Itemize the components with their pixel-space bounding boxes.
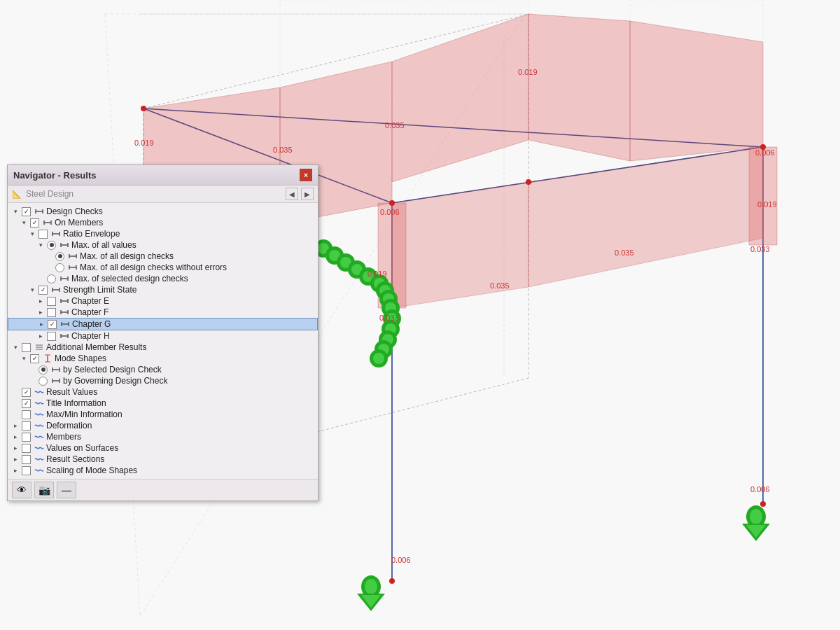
tree-item-values-on-surfaces[interactable]: ▸ Values on Surfaces (8, 442, 318, 454)
tree-item-strength-limit[interactable]: ▾✓ Strength Limit State (8, 284, 318, 295)
checkbox-chapter-e[interactable] (47, 297, 56, 306)
svg-text:0.006: 0.006 (380, 208, 400, 216)
tree-item-additional-member[interactable]: ▾ Additional Member Results (8, 342, 318, 353)
tree-item-chapter-h[interactable]: ▸ Chapter H (8, 330, 318, 342)
expander-values-on-surfaces[interactable]: ▸ (10, 443, 20, 453)
label-strength-limit: Strength Limit State (63, 285, 136, 295)
svg-text:0.035: 0.035 (385, 121, 405, 130)
radio-by-governing[interactable] (38, 377, 48, 386)
svg-text:0.035: 0.035 (615, 248, 634, 257)
svg-point-63 (370, 349, 388, 368)
tree-item-on-members[interactable]: ▾✓ On Members (8, 217, 318, 228)
tree-item-deformation[interactable]: ▸ Deformation (8, 420, 318, 431)
checkbox-strength-limit[interactable]: ✓ (38, 286, 48, 295)
svg-point-52 (383, 293, 394, 304)
nav-next-button[interactable]: ▶ (301, 188, 314, 200)
camera-button[interactable]: 📷 (34, 482, 54, 498)
tree-container[interactable]: ▾✓ Design Checks▾✓ On Members▾ Ratio Env… (8, 203, 318, 479)
tree-item-title-info[interactable]: ✓ Title Information (8, 398, 318, 409)
checkbox-on-members[interactable]: ✓ (30, 218, 39, 227)
nav-prev-button[interactable]: ◀ (286, 188, 298, 200)
tree-item-result-sections[interactable]: ▸ Result Sections (8, 454, 318, 465)
checkbox-design-checks[interactable]: ✓ (22, 207, 31, 216)
expander-on-members[interactable]: ▾ (19, 218, 29, 227)
radio-max-no-errors[interactable] (55, 263, 64, 272)
expander-chapter-h[interactable]: ▸ (36, 331, 46, 341)
label-chapter-h: Chapter H (71, 331, 110, 341)
expander-strength-limit[interactable]: ▾ (27, 285, 37, 295)
svg-point-36 (760, 501, 766, 507)
svg-point-31 (141, 106, 146, 111)
svg-marker-21 (392, 182, 528, 308)
svg-point-34 (526, 179, 531, 185)
expander-by-selected (27, 365, 37, 374)
svg-point-50 (379, 285, 391, 296)
svg-point-35 (389, 578, 395, 584)
checkbox-mode-shapes[interactable]: ✓ (30, 354, 39, 363)
tree-item-design-checks[interactable]: ▾✓ Design Checks (8, 206, 318, 217)
checkbox-maxmin-info[interactable] (22, 410, 31, 419)
tree-item-chapter-g[interactable]: ▸✓ Chapter G (8, 318, 318, 330)
eye-button[interactable]: 👁 (12, 482, 31, 498)
tree-item-scaling-mode[interactable]: ▸ Scaling of Mode Shapes (8, 465, 318, 476)
svg-point-47 (370, 274, 388, 293)
label-result-values: Result Values (46, 387, 97, 397)
tree-item-by-governing[interactable]: by Governing Design Check (8, 375, 318, 386)
tree-item-maxmin-info[interactable]: Max/Min Information (8, 409, 318, 420)
checkbox-result-values[interactable]: ✓ (22, 388, 31, 397)
expander-chapter-e[interactable]: ▸ (36, 296, 46, 306)
radio-max-all-design-checks[interactable] (55, 252, 64, 261)
tree-item-max-all-design-checks[interactable]: Max. of all design checks (8, 251, 318, 262)
expander-chapter-f[interactable]: ▸ (36, 307, 46, 317)
tree-item-max-selected[interactable]: Max. of selected design checks (8, 273, 318, 284)
checkbox-result-sections[interactable] (22, 455, 31, 464)
expander-additional-member[interactable]: ▾ (10, 342, 20, 352)
tree-item-members[interactable]: ▸ Members (8, 431, 318, 442)
dash-button[interactable]: — (57, 482, 76, 498)
tree-item-mode-shapes[interactable]: ▾✓ Mode Shapes (8, 353, 318, 364)
expander-deformation[interactable]: ▸ (10, 421, 20, 430)
expander-title-info (10, 398, 20, 408)
svg-text:0.019: 0.019 (757, 200, 777, 209)
expander-members[interactable]: ▸ (10, 432, 20, 442)
checkbox-values-on-surfaces[interactable] (22, 444, 31, 453)
checkbox-members[interactable] (22, 433, 31, 442)
expander-ratio-envelope[interactable]: ▾ (27, 229, 37, 239)
tree-item-ratio-envelope[interactable]: ▾ Ratio Envelope (8, 228, 318, 239)
label-title-info: Title Information (46, 398, 106, 408)
close-button[interactable]: × (300, 169, 312, 181)
expander-mode-shapes[interactable]: ▾ (19, 354, 29, 363)
label-max-all-design-checks: Max. of all design checks (80, 251, 174, 261)
checkbox-chapter-g[interactable]: ✓ (48, 320, 57, 329)
svg-point-69 (746, 505, 766, 528)
expander-max-all-design-checks (44, 251, 54, 261)
label-max-no-errors: Max. of all design checks without errors (80, 262, 227, 272)
expander-result-sections[interactable]: ▸ (10, 454, 20, 464)
expander-scaling-mode[interactable]: ▸ (10, 465, 20, 475)
checkbox-ratio-envelope[interactable] (38, 230, 48, 239)
radio-max-all-values[interactable] (47, 241, 56, 250)
checkbox-additional-member[interactable] (22, 343, 31, 352)
tree-item-chapter-f[interactable]: ▸ Chapter F (8, 307, 318, 318)
checkbox-deformation[interactable] (22, 421, 31, 430)
checkbox-scaling-mode[interactable] (22, 466, 31, 475)
checkbox-chapter-f[interactable] (47, 308, 56, 317)
checkbox-title-info[interactable]: ✓ (22, 399, 31, 408)
svg-line-13 (144, 108, 763, 147)
radio-max-selected[interactable] (47, 274, 56, 284)
svg-marker-23 (378, 203, 406, 308)
svg-marker-22 (528, 147, 763, 287)
tree-item-chapter-e[interactable]: ▸ Chapter E (8, 295, 318, 307)
label-max-all-values: Max. of all values (71, 240, 136, 250)
svg-point-40 (329, 250, 340, 261)
radio-by-selected[interactable] (38, 365, 48, 374)
tree-item-max-no-errors[interactable]: Max. of all design checks without errors (8, 262, 318, 273)
tree-item-result-values[interactable]: ✓ Result Values (8, 386, 318, 398)
expander-chapter-g[interactable]: ▸ (36, 319, 46, 329)
svg-point-41 (337, 253, 355, 272)
checkbox-chapter-h[interactable] (47, 332, 56, 341)
tree-item-by-selected[interactable]: by Selected Design Check (8, 364, 318, 375)
expander-max-all-values[interactable]: ▾ (36, 240, 46, 250)
tree-item-max-all-values[interactable]: ▾ Max. of all values (8, 239, 318, 251)
expander-design-checks[interactable]: ▾ (10, 206, 20, 216)
